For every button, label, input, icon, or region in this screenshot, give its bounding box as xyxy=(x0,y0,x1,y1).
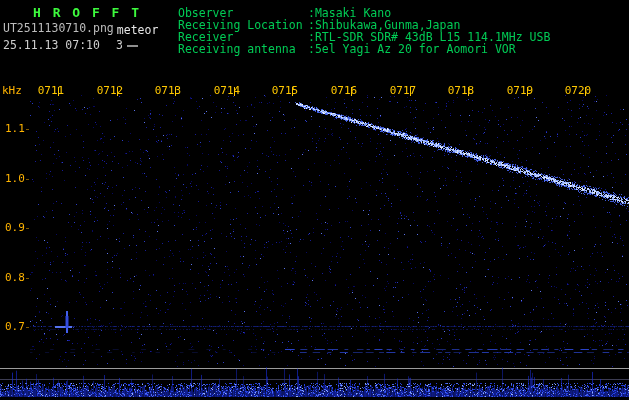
header-row-location: Receiving Location:Shibukawa,Gunma,Japan xyxy=(0,18,629,30)
header-row-antenna: Receiving antenna:5el Yagi Az 20 for Aom… xyxy=(0,42,629,54)
y-tick-label: 0.7 xyxy=(5,320,31,333)
x-tick-label: 0717 xyxy=(388,84,418,97)
y-tick-label: 1.0 xyxy=(5,172,31,185)
x-tick-label: 0715 xyxy=(270,84,300,97)
x-tick-label: 0712 xyxy=(95,84,125,97)
x-tick-label: 0711 xyxy=(36,84,66,97)
header-row-receiver: Receiver:RTL-SDR SDR# 43dB L15 114.1MHz … xyxy=(0,30,629,42)
y-tick-label: 1.1 xyxy=(5,122,31,135)
x-tick-label: 0714 xyxy=(212,84,242,97)
x-tick-label: 0719 xyxy=(505,84,535,97)
spectrogram-canvas xyxy=(0,0,629,400)
x-tick-label: 0720 xyxy=(563,84,593,97)
x-tick-label: 0713 xyxy=(153,84,183,97)
field-value: :5el Yagi Az 20 for Aomori VOR xyxy=(308,42,516,56)
y-tick-label: 0.8 xyxy=(5,271,31,284)
header-row-observer: Observer:Masaki Kano xyxy=(0,6,629,18)
y-tick-label: 0.9 xyxy=(5,221,31,234)
x-tick-label: 0716 xyxy=(329,84,359,97)
y-axis-unit-label: kHz xyxy=(2,84,22,97)
x-tick-label: 0718 xyxy=(446,84,476,97)
hrofft-spectrogram-window: H R O F F T UT2511130710.pngmeteor 25.11… xyxy=(0,0,629,400)
field-label: Receiving antenna xyxy=(178,42,296,56)
